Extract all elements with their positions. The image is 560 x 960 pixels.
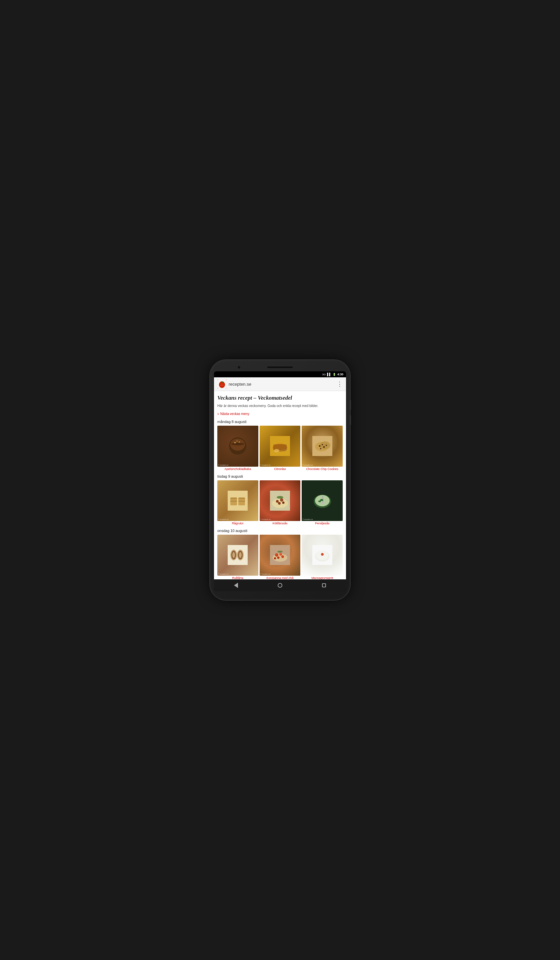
- recipe-img-citronlax: © recepten.se: [260, 426, 301, 467]
- recipe-img-mannagryn: © recepten.se: [302, 535, 343, 576]
- recipe-item-citronlax[interactable]: © recepten.se Citronlax: [260, 426, 301, 471]
- svg-point-37: [276, 500, 279, 503]
- front-camera: [237, 366, 241, 369]
- recipe-name-rulltarta: Rulltårta: [232, 576, 244, 579]
- svg-point-7: [221, 386, 221, 386]
- svg-point-8: [222, 386, 223, 386]
- svg-point-61: [281, 555, 284, 558]
- svg-rect-32: [238, 498, 245, 499]
- overflow-menu-button[interactable]: ⋮: [337, 381, 343, 387]
- earpiece-speaker: [267, 366, 293, 369]
- phone-screen: 3G ▌▌ 🔋 4:30: [214, 371, 346, 591]
- svg-rect-31: [230, 498, 237, 499]
- app-logo: [217, 379, 227, 389]
- status-bar: 3G ▌▌ 🔋 4:30: [214, 371, 346, 377]
- clock: 4:30: [338, 373, 343, 376]
- watermark-ragrutor: © recepten.se: [218, 518, 228, 520]
- recipe-img-persiljesas-inner: [302, 480, 343, 521]
- phone-device: 3G ▌▌ 🔋 4:30: [210, 360, 350, 600]
- svg-point-39: [278, 502, 281, 505]
- svg-point-13: [238, 442, 240, 443]
- svg-point-12: [234, 442, 236, 443]
- recipe-name-persiljesas: Persiljesås: [315, 522, 330, 525]
- watermark-kottfarssas: © recepten.se: [260, 518, 270, 520]
- signal-bars: ▌▌: [327, 373, 331, 376]
- svg-point-18: [274, 449, 279, 452]
- day-section-wednesday: onsdag 10 augusti: [217, 529, 343, 579]
- home-button[interactable]: [277, 582, 283, 589]
- svg-point-46: [322, 502, 324, 504]
- content-area: Veckans recept – Veckomatsedel Här är de…: [214, 391, 346, 579]
- recipe-img-choc: © recepten.se: [302, 426, 343, 467]
- svg-point-6: [222, 385, 222, 386]
- svg-point-40: [282, 501, 284, 504]
- recipe-img-apelsin: © recepten.se: [217, 426, 258, 467]
- recipe-img-ragrutor-inner: [217, 480, 258, 521]
- recipe-item-korvpanna[interactable]: © recepten.se Korvpanna med chili: [260, 535, 301, 579]
- svg-point-67: [321, 553, 324, 556]
- svg-point-5: [222, 384, 223, 384]
- svg-point-24: [322, 444, 323, 445]
- svg-point-63: [277, 551, 283, 553]
- volume-up-button[interactable]: [350, 400, 351, 410]
- recipe-grid-monday: © recepten.se Apelsinchokladkaka: [217, 426, 343, 471]
- next-menu-label: Nästa veckas meny: [220, 412, 249, 416]
- day-section-monday: måndag 8 augusti: [217, 420, 343, 471]
- recipe-img-korvpanna-inner: [260, 535, 301, 576]
- recipe-item-persiljesas[interactable]: © recepten.se Persiljesås: [302, 480, 343, 525]
- svg-point-4: [221, 384, 221, 384]
- watermark-korvpanna: © recepten.se: [260, 573, 270, 575]
- back-button[interactable]: [233, 582, 239, 589]
- svg-point-22: [320, 441, 330, 450]
- navigation-bar: [214, 579, 346, 591]
- back-icon: [234, 583, 238, 588]
- recipe-item-ragrutor[interactable]: © recepten.se Rågrutor: [217, 480, 258, 525]
- recipe-img-kottfarssas-inner: [260, 480, 301, 521]
- svg-point-38: [280, 498, 283, 502]
- recipe-name-apelsin: Apelsinchokladkaka: [225, 467, 251, 471]
- next-menu-link[interactable]: Nästa veckas meny: [217, 411, 343, 416]
- recipe-img-mannagryn-inner: [302, 535, 343, 576]
- svg-point-41: [277, 496, 283, 499]
- recipe-name-ragrutor: Rågrutor: [232, 522, 244, 525]
- recipe-item-kottfarssas[interactable]: © recepten.se Köttfärssås: [260, 480, 301, 525]
- svg-point-55: [239, 552, 242, 558]
- recipe-name-korvpanna: Korvpanna med chili: [266, 576, 294, 579]
- recipe-img-rulltarta-inner: [217, 535, 258, 576]
- svg-point-48: [318, 500, 321, 502]
- svg-point-26: [320, 448, 322, 450]
- watermark-apelsin: © recepten.se: [218, 464, 228, 466]
- svg-point-11: [231, 443, 244, 445]
- recipe-name-citronlax: Citronlax: [274, 467, 286, 471]
- recipe-item-mannagryn[interactable]: © recepten.se Mannagrynsgröt: [302, 535, 343, 579]
- recipe-item-choc[interactable]: © recepten.se Chocolate Chip Cookies: [302, 426, 343, 471]
- day-label-tuesday: tisdag 9 augusti: [217, 474, 343, 478]
- network-indicator: 3G: [322, 373, 326, 376]
- recipe-img-citronlax-inner: [260, 426, 301, 467]
- phone-top: [214, 364, 346, 371]
- page-title: Veckans recept – Veckomatsedel: [217, 394, 343, 402]
- recipe-item-apelsin[interactable]: © recepten.se Apelsinchokladkaka: [217, 426, 258, 471]
- recents-icon: [322, 583, 326, 587]
- recipe-item-rulltarta[interactable]: © recepten.se Rulltårta: [217, 535, 258, 579]
- recipe-img-ragrutor: © recepten.se: [217, 480, 258, 521]
- recents-button[interactable]: [321, 582, 327, 589]
- recipe-name-choc: Chocolate Chip Cookies: [306, 467, 338, 471]
- svg-point-23: [318, 445, 320, 447]
- watermark-persiljesas: © recepten.se: [302, 518, 313, 520]
- svg-point-52: [232, 552, 235, 558]
- svg-rect-33: [230, 501, 237, 502]
- day-section-tuesday: tisdag 9 augusti: [217, 474, 343, 525]
- svg-point-58: [275, 553, 278, 557]
- battery-indicator: 🔋: [333, 373, 336, 376]
- volume-down-button[interactable]: [350, 415, 351, 425]
- recipe-img-kottfarssas: © recepten.se: [260, 480, 301, 521]
- svg-rect-34: [238, 501, 245, 502]
- svg-point-14: [236, 441, 238, 442]
- day-label-wednesday: onsdag 10 augusti: [217, 529, 343, 533]
- svg-point-25: [323, 446, 325, 448]
- app-bar-left: recepten.se: [217, 379, 251, 389]
- recipe-name-mannagryn: Mannagrynsgröt: [311, 576, 333, 579]
- recipe-img-korvpanna: © recepten.se: [260, 535, 301, 576]
- watermark-rulltarta: © recepten.se: [218, 573, 228, 575]
